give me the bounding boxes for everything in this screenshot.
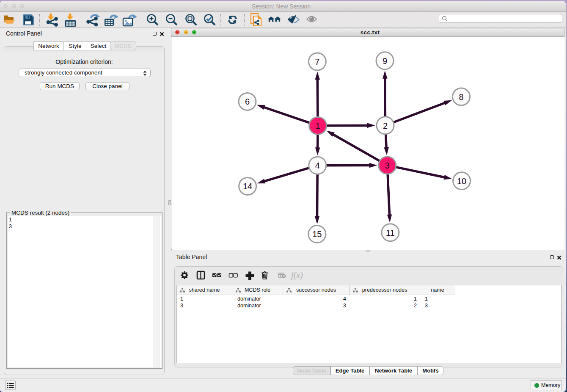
svg-text:4: 4 bbox=[315, 161, 319, 170]
svg-text:2: 2 bbox=[383, 121, 387, 130]
svg-text:15: 15 bbox=[312, 229, 322, 239]
svg-text:7: 7 bbox=[315, 57, 319, 66]
svg-text:3: 3 bbox=[385, 161, 389, 170]
svg-text:11: 11 bbox=[386, 228, 395, 237]
svg-text:14: 14 bbox=[242, 182, 252, 191]
svg-text:f(x): f(x) bbox=[291, 271, 303, 280]
svg-text:6: 6 bbox=[245, 97, 249, 106]
svg-text:1: 1 bbox=[315, 121, 320, 130]
svg-text:9: 9 bbox=[382, 56, 387, 66]
svg-text:8: 8 bbox=[459, 92, 463, 102]
svg-text:10: 10 bbox=[457, 177, 466, 186]
